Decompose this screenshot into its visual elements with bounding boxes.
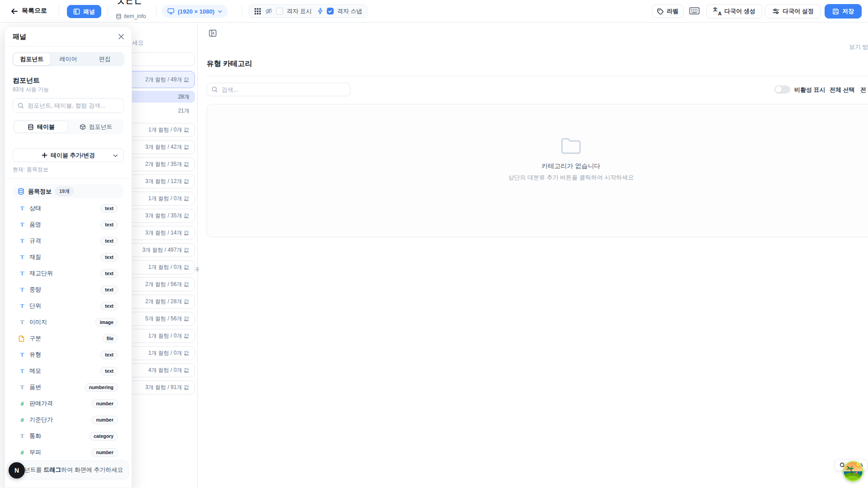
grid-icon — [254, 8, 261, 15]
field-name: 재고단위 — [29, 269, 53, 277]
field-row[interactable]: T 상태 text — [5, 202, 132, 215]
empty-state-title: 카테고리가 없습니다 — [542, 162, 600, 170]
field-row[interactable]: # 기준단가 number — [5, 413, 132, 426]
field-name: 중량 — [29, 286, 41, 294]
multilang-generate-label: 다국어 생성 — [724, 7, 755, 15]
grid-settings-group: 격자 표시 격자 스냅 — [249, 4, 368, 18]
text-icon: T — [19, 270, 26, 277]
source-mode-toggle: 테이블 컴포넌트 — [13, 119, 124, 134]
hash-icon: # — [19, 400, 26, 407]
select-all-button[interactable]: 전체 선택 — [830, 86, 855, 94]
add-table-label: 테이블 추가/변경 — [51, 151, 95, 160]
close-icon[interactable] — [116, 32, 126, 42]
hash-icon: # — [19, 417, 26, 423]
component-panel: 패널 컴포넌트 레이어 편집 컴포넌트 83개 사용 가능 테이블 컴포넌트 — [5, 26, 132, 488]
field-name: 부피 — [29, 448, 41, 456]
grid-snap-label: 격자 스냅 — [337, 7, 363, 15]
grid-snap-checkbox[interactable] — [327, 8, 334, 14]
inactive-toggle[interactable] — [774, 85, 790, 94]
cube-icon — [80, 124, 86, 130]
text-icon: T — [19, 221, 26, 228]
back-arrow-icon[interactable] — [10, 7, 19, 16]
label-button[interactable]: 라벨 — [652, 5, 684, 18]
text-icon: T — [19, 286, 26, 293]
field-name: 판매가격 — [29, 399, 53, 408]
panel-tabbar: 컴포넌트 레이어 편집 — [12, 52, 124, 66]
field-type-badge: text — [100, 367, 118, 375]
field-list: T 상태 text T 품명 text T 규격 text T 재질 text … — [5, 202, 132, 462]
text-icon: T — [19, 351, 26, 358]
mode-table-button[interactable]: 테이블 — [14, 121, 68, 133]
field-row[interactable]: T 재고단위 text — [5, 267, 132, 280]
field-type-badge: number — [91, 448, 118, 457]
user-avatar[interactable] — [843, 461, 863, 482]
save-icon — [832, 8, 839, 15]
grid-show-checkbox[interactable] — [276, 8, 283, 14]
back-to-list-button[interactable]: 목록으로 — [22, 7, 47, 15]
field-row[interactable]: T 통화 category — [5, 430, 132, 442]
field-name: 규격 — [29, 237, 41, 245]
table-ref-label: item_info — [124, 13, 146, 19]
field-name: 품번 — [29, 383, 41, 391]
field-type-badge: text — [100, 221, 118, 229]
field-row[interactable]: T 품번 numbering — [5, 381, 132, 394]
tab-edit[interactable]: 편집 — [86, 53, 123, 65]
toolbar-separator — [156, 5, 156, 17]
field-row[interactable]: T 중량 text — [5, 283, 132, 296]
field-row[interactable]: T 메모 text — [5, 365, 132, 377]
field-row[interactable]: T 재질 text — [5, 251, 132, 263]
text-icon: T — [19, 432, 26, 440]
field-name: 품명 — [29, 221, 41, 229]
add-table-button[interactable]: 테이블 추가/변경 — [13, 148, 124, 162]
multilang-settings-button[interactable]: 다국어 설정 — [765, 4, 821, 19]
lightning-icon — [317, 8, 323, 14]
field-row[interactable]: # 판매가격 number — [5, 397, 132, 410]
tab-components[interactable]: 컴포넌트 — [14, 53, 50, 65]
category-search — [207, 83, 350, 96]
field-row[interactable]: T 규격 text — [5, 235, 132, 247]
panel-toggle-button[interactable]: 패널 — [67, 5, 101, 18]
field-row[interactable]: 구분 file — [5, 332, 132, 345]
panel-resize-handle[interactable] — [196, 266, 199, 273]
category-search-input[interactable] — [222, 86, 345, 93]
tab-layers[interactable]: 레이어 — [50, 53, 87, 65]
save-button-label: 저장 — [842, 7, 854, 15]
field-type-badge: image — [95, 318, 118, 327]
chevron-down-icon — [217, 9, 222, 14]
field-row[interactable]: T 유형 text — [5, 348, 132, 361]
mode-component-button[interactable]: 컴포넌트 — [69, 121, 123, 133]
divider — [5, 178, 132, 179]
field-row[interactable]: T 단위 text — [5, 300, 132, 312]
toolbar-separator — [242, 5, 242, 17]
monitor-icon — [167, 8, 175, 14]
field-row[interactable]: # 부피 number — [5, 446, 132, 459]
field-type-badge: text — [100, 253, 118, 262]
tag-icon — [657, 8, 664, 15]
chevron-down-icon — [113, 153, 118, 159]
field-name: 재질 — [29, 253, 41, 261]
field-type-badge: file — [102, 334, 118, 343]
panel-left-close-icon[interactable] — [207, 27, 218, 39]
text-icon: T — [19, 367, 26, 375]
field-row[interactable]: T 품명 text — [5, 218, 132, 231]
panel-button-label: 패널 — [83, 8, 95, 16]
view-mode-label[interactable]: 보기 방식 — [849, 43, 868, 51]
component-search — [13, 98, 124, 113]
database-icon — [116, 14, 122, 19]
resolution-value: (868 × 488) — [178, 8, 214, 15]
table-item[interactable]: 품목정보 19개 — [13, 184, 123, 198]
save-button[interactable]: 저장 — [825, 4, 862, 19]
field-type-badge: text — [100, 237, 118, 245]
multilang-generate-button[interactable]: 文 A 다국어 생성 — [706, 4, 762, 19]
field-row[interactable]: T 이미지 image — [5, 316, 132, 328]
folder-icon — [560, 136, 582, 155]
file-icon — [19, 335, 26, 342]
sliders-icon — [772, 8, 779, 15]
table-reference: item_info — [116, 13, 146, 19]
field-name: 구분 — [29, 334, 41, 343]
keyboard-icon[interactable] — [689, 6, 700, 15]
resolution-selector[interactable]: (868 × 488) — [162, 5, 228, 18]
component-search-input[interactable] — [28, 102, 119, 109]
top-toolbar: 목록으로 패널 ㅅㄷㄴ item_info (868 × 488) 격자 — [0, 0, 868, 23]
clipped-action-label[interactable]: 전 — [860, 86, 866, 94]
